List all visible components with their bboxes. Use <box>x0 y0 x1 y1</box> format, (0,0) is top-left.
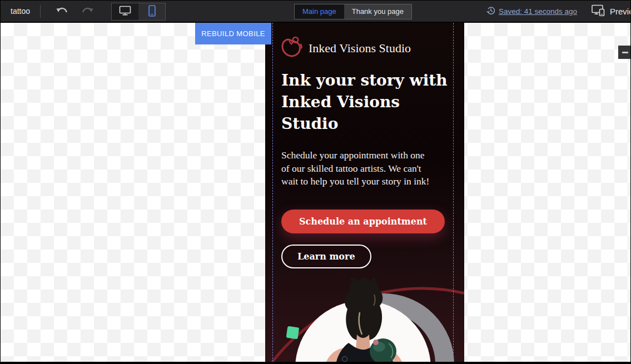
project-name[interactable]: tattoo <box>11 1 30 22</box>
preview-label: Preview <box>610 7 631 16</box>
mobile-view-button[interactable] <box>138 3 165 20</box>
mint-square-shape <box>286 326 300 340</box>
tab-main-page[interactable]: Main page <box>295 4 344 19</box>
hero-image <box>265 278 464 362</box>
selection-border-left <box>272 23 273 362</box>
frame-border-left <box>0 0 1 364</box>
undo-button[interactable] <box>54 6 71 18</box>
minus-icon <box>622 52 628 53</box>
frame-border-top <box>0 0 631 1</box>
preview-monitor-icon <box>592 4 605 18</box>
editor-canvas[interactable]: REBUILD MOBILE Inked Visions Studio Ink … <box>1 23 630 362</box>
rebuild-mobile-button[interactable]: REBUILD MOBILE <box>195 23 271 44</box>
device-toggle <box>111 3 166 21</box>
schedule-appointment-button[interactable]: Schedule an appointment <box>281 210 445 233</box>
redo-icon <box>81 6 94 17</box>
desktop-icon <box>119 6 131 18</box>
brand-name: Inked Visions Studio <box>309 41 411 56</box>
zoom-out-button[interactable] <box>618 46 631 59</box>
frame-border-bottom <box>0 362 631 364</box>
saved-status-link[interactable]: Saved: 41 seconds ago <box>486 1 577 22</box>
toolbar-divider <box>40 5 41 18</box>
top-toolbar: tattoo <box>1 1 630 22</box>
brand-logo-icon <box>280 36 304 61</box>
mobile-page-viewport[interactable]: Inked Visions Studio Ink your story with… <box>265 23 464 362</box>
preview-button[interactable]: Preview <box>592 1 631 22</box>
tab-thank-you-page[interactable]: Thank you page <box>344 4 411 19</box>
hero-description[interactable]: Schedule your appointment with one of ou… <box>281 149 459 188</box>
hero-heading[interactable]: Ink your story with Inked Visions Studio <box>281 69 454 134</box>
desktop-view-button[interactable] <box>112 3 138 20</box>
brand-logo-row[interactable]: Inked Visions Studio <box>280 36 411 61</box>
mobile-icon <box>148 5 156 18</box>
saved-status-text: Saved: 41 seconds ago <box>499 7 577 16</box>
learn-more-button[interactable]: Learn more <box>281 245 371 268</box>
redo-button[interactable] <box>79 6 96 18</box>
editor-window: tattoo <box>0 0 631 364</box>
selection-border-right <box>453 23 454 362</box>
page-tabs: Main page Thank you page <box>294 4 412 19</box>
undo-icon <box>56 6 69 17</box>
clock-history-icon <box>486 6 495 17</box>
